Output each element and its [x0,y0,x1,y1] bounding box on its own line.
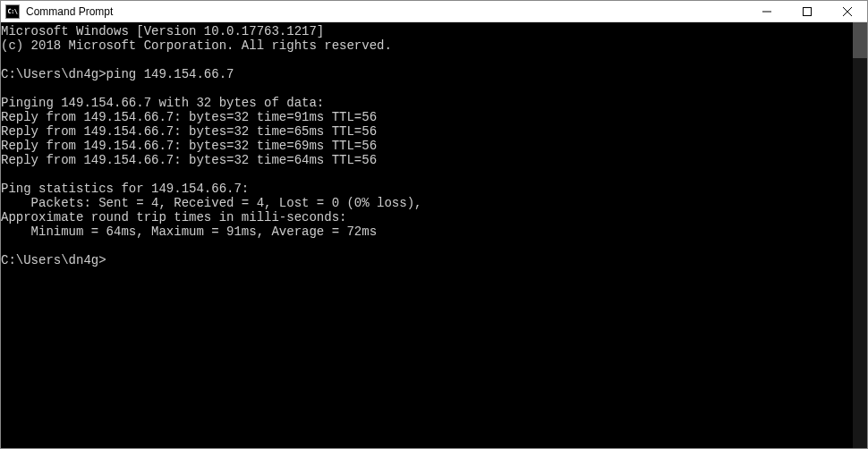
terminal-line: Pinging 149.154.66.7 with 32 bytes of da… [1,96,853,110]
window-title: Command Prompt [24,5,746,18]
command-prompt-window: C:\ Command Prompt Microsoft Windows [Ve… [0,0,868,449]
terminal-output[interactable]: Microsoft Windows [Version 10.0.17763.12… [1,22,853,448]
terminal-line [1,81,853,96]
terminal-line: Minimum = 64ms, Maximum = 91ms, Average … [1,224,853,239]
terminal-line [1,53,853,67]
terminal-line [1,239,853,253]
scrollbar-thumb[interactable] [853,22,867,58]
vertical-scrollbar[interactable] [853,22,867,448]
terminal-line: Reply from 149.154.66.7: bytes=32 time=6… [1,139,853,153]
minimize-button[interactable] [746,1,787,21]
terminal-line: Reply from 149.154.66.7: bytes=32 time=6… [1,153,853,167]
terminal-line [1,167,853,182]
terminal-area: Microsoft Windows [Version 10.0.17763.12… [1,22,867,448]
window-controls [746,1,867,21]
maximize-button[interactable] [787,1,827,21]
svg-rect-1 [803,7,811,15]
close-icon [843,7,852,16]
terminal-line: Ping statistics for 149.154.66.7: [1,182,853,196]
maximize-icon [803,7,812,16]
terminal-line: Reply from 149.154.66.7: bytes=32 time=9… [1,110,853,124]
app-icon-text: C:\ [7,8,17,15]
terminal-line: Packets: Sent = 4, Received = 4, Lost = … [1,196,853,210]
close-button[interactable] [827,1,867,21]
minimize-icon [762,7,771,16]
terminal-line: (c) 2018 Microsoft Corporation. All righ… [1,38,853,53]
terminal-line: Approximate round trip times in milli-se… [1,210,853,224]
terminal-line: C:\Users\dn4g> [1,253,853,267]
app-icon: C:\ [5,4,20,19]
titlebar[interactable]: C:\ Command Prompt [1,1,867,22]
terminal-line: Microsoft Windows [Version 10.0.17763.12… [1,24,853,38]
terminal-line: Reply from 149.154.66.7: bytes=32 time=6… [1,124,853,139]
terminal-line: C:\Users\dn4g>ping 149.154.66.7 [1,67,853,81]
